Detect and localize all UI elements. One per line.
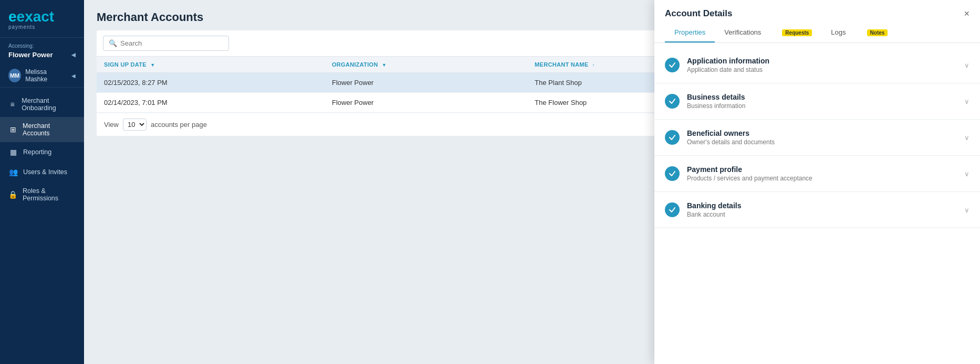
avatar: MM (8, 69, 21, 82)
sidebar-item-merchant-onboarding[interactable]: ≡ Merchant Onboarding (0, 92, 84, 117)
accordion-sub-business: Business information (687, 102, 957, 110)
user-info[interactable]: MM Melissa Mashke ◀ (0, 64, 84, 88)
accordion-title-application: Application information (687, 57, 957, 65)
merchant-accounts-icon: ⊞ (8, 125, 17, 134)
sidebar-nav: ≡ Merchant Onboarding ⊞ Merchant Account… (0, 88, 84, 364)
reporting-icon: ▦ (8, 147, 18, 157)
sidebar-item-merchant-accounts[interactable]: ⊞ Merchant Accounts (0, 117, 84, 142)
accordion-title-payment: Payment profile (687, 165, 957, 174)
accordion-beneficial-owners: Beneficial owners Owner's details and do… (654, 120, 980, 156)
sidebar-item-label: Merchant Onboarding (22, 97, 76, 112)
sidebar-item-roles-permissions[interactable]: 🔒 Roles & Permissions (0, 182, 84, 207)
accessing-label: Accessing: (0, 38, 84, 51)
accordion-title-banking: Banking details (687, 201, 957, 210)
view-label: View (104, 121, 119, 129)
accordion-header-payment[interactable]: Payment profile Products / services and … (654, 156, 980, 191)
logo: eexact payments (0, 0, 84, 38)
search-input[interactable] (120, 39, 223, 47)
tab-logs[interactable]: Logs (821, 23, 855, 42)
accordion-sub-owners: Owner's details and documents (687, 138, 957, 146)
check-icon-banking (665, 202, 680, 217)
accordion-header-owners[interactable]: Beneficial owners Owner's details and do… (654, 120, 980, 155)
logo-text: eexact (8, 9, 76, 24)
sidebar: eexact payments Accessing: Flower Power … (0, 0, 84, 364)
sidebar-item-users-invites[interactable]: 👥 Users & Invites (0, 162, 84, 182)
cell-organization: Flower Power (325, 73, 527, 93)
accordion-title-owners: Beneficial owners (687, 129, 957, 137)
users-icon: 👥 (8, 167, 18, 177)
cell-signup-date: 02/14/2023, 7:01 PM (97, 93, 325, 113)
accordion-header-business[interactable]: Business details Business information ∨ (654, 83, 980, 119)
accordion-sub-payment: Products / services and payment acceptan… (687, 175, 957, 182)
accordion-title-business: Business details (687, 93, 957, 101)
panel-body: Application information Application date… (654, 43, 980, 364)
tab-properties[interactable]: Properties (665, 23, 715, 42)
accordion-header-application[interactable]: Application information Application date… (654, 47, 980, 83)
sort-icon: ▼ (150, 62, 155, 68)
check-icon-business (665, 94, 680, 109)
tab-requests[interactable]: Requests (770, 23, 821, 42)
sidebar-item-label: Merchant Accounts (23, 122, 76, 137)
user-chevron-icon: ◀ (71, 73, 76, 79)
cell-signup-date: 02/15/2023, 8:27 PM (97, 73, 325, 93)
close-button[interactable]: × (964, 9, 969, 18)
main-content: Merchant Accounts 🔍 SIGN UP DATE ▼ ORGAN… (84, 0, 980, 364)
accordion-banking-details: Banking details Bank account ∨ (654, 192, 980, 228)
account-details-panel: Account Details × Properties Verificatio… (654, 0, 980, 364)
check-icon-payment (665, 166, 680, 181)
sidebar-item-label: Users & Invites (23, 168, 67, 176)
requests-badge: Requests (782, 29, 812, 36)
notes-badge: Notes (867, 29, 888, 36)
accordion-chevron-application: ∨ (964, 61, 969, 69)
panel-tabs: Properties Verifications Requests Logs N… (654, 23, 980, 43)
accordion-header-banking[interactable]: Banking details Bank account ∨ (654, 192, 980, 228)
accordion-application-information: Application information Application date… (654, 47, 980, 83)
accordion-chevron-business: ∨ (964, 98, 969, 105)
filter-icon: ▼ (382, 62, 387, 68)
user-name: Melissa Mashke (25, 68, 67, 83)
accordion-business-details: Business details Business information ∨ (654, 83, 980, 120)
org-chevron-icon: ◀ (71, 52, 76, 58)
accordion-sub-banking: Bank account (687, 211, 957, 218)
roles-icon: 🔒 (8, 190, 17, 199)
col-organization: ORGANIZATION ▼ (325, 57, 527, 73)
accordion-chevron-payment: ∨ (964, 170, 969, 178)
tab-notes[interactable]: Notes (856, 23, 898, 42)
sidebar-item-label: Reporting (23, 148, 51, 156)
accordion-payment-profile: Payment profile Products / services and … (654, 156, 980, 192)
per-page-suffix: accounts per page (151, 121, 207, 129)
per-page-select[interactable]: 10 25 50 (123, 119, 147, 131)
sidebar-item-label: Roles & Permissions (23, 187, 76, 202)
accordion-sub-application: Application date and status (687, 66, 957, 73)
merchant-onboarding-icon: ≡ (8, 100, 16, 109)
sort-icon-name: ↑ (592, 62, 595, 68)
check-icon-owners (665, 130, 680, 145)
tab-verifications[interactable]: Verifications (715, 23, 770, 42)
search-box[interactable]: 🔍 (103, 36, 229, 51)
cell-organization: Flower Power (325, 93, 527, 113)
accordion-chevron-owners: ∨ (964, 134, 969, 142)
col-signup-date: SIGN UP DATE ▼ (97, 57, 325, 73)
panel-header: Account Details × (654, 0, 980, 19)
org-name[interactable]: Flower Power ◀ (0, 51, 84, 64)
accordion-chevron-banking: ∨ (964, 206, 969, 214)
check-icon-application (665, 58, 680, 72)
sidebar-item-reporting[interactable]: ▦ Reporting (0, 142, 84, 162)
logo-sub: payments (8, 24, 76, 30)
panel-title: Account Details (665, 8, 732, 19)
search-icon: 🔍 (109, 39, 117, 47)
